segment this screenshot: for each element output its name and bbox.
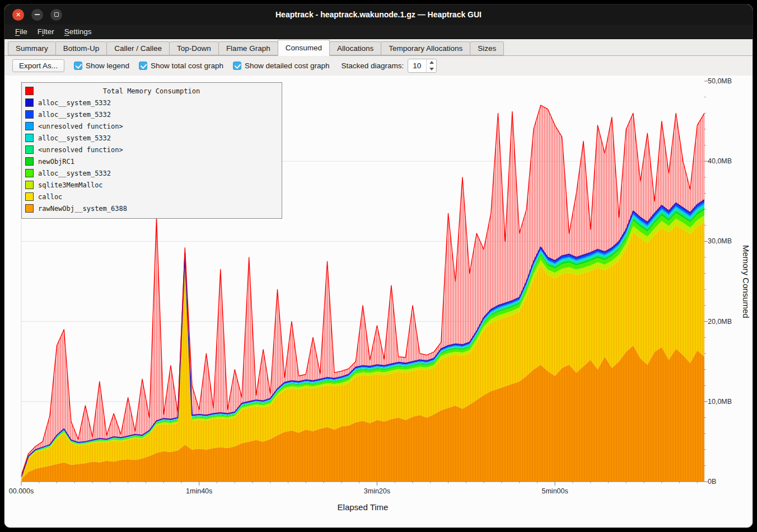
export-as-button[interactable]: Export As...: [12, 59, 64, 72]
legend-label: alloc__system_5332: [38, 111, 111, 119]
checkbox-label: Show total cost graph: [151, 62, 223, 70]
close-button[interactable]: ✕: [12, 9, 24, 21]
chart-legend: Total Memory Consumption alloc__system_5…: [21, 82, 282, 219]
legend-label: calloc: [38, 193, 62, 201]
spin-down-button[interactable]: [427, 66, 436, 73]
y-axis-title: Memory Consumed: [741, 81, 751, 482]
legend-swatch: [25, 134, 34, 142]
consumed-chart-area: Total Memory Consumption alloc__system_5…: [4, 76, 753, 528]
checkbox-label: Show detailed cost graph: [245, 62, 330, 70]
screen: { "window": { "title": "Heaptrack - heap…: [0, 0, 757, 532]
toolbar: Export As... Show legend Show total cost…: [4, 56, 753, 76]
legend-item: sqlite3MemMalloc: [25, 179, 278, 191]
minimize-icon: [35, 14, 40, 15]
checkbox-show-legend[interactable]: Show legend: [74, 62, 129, 70]
y-tick-label: 30,0MB: [708, 237, 732, 245]
legend-label: rawNewObj__system_6388: [38, 205, 127, 213]
tab-summary[interactable]: Summary: [8, 41, 56, 55]
window-title: Heaptrack - heaptrack.wakunode.1.gz — He…: [4, 10, 753, 19]
tab-sizes[interactable]: Sizes: [470, 41, 504, 55]
menu-file[interactable]: File: [10, 27, 32, 36]
x-axis-tick-labels: 00.000s1min40s3min20s5min00s: [21, 487, 704, 496]
legend-item: newObjRC1: [25, 156, 278, 167]
maximize-button[interactable]: [50, 9, 62, 21]
app-window: ✕ Heaptrack - heaptrack.wakunode.1.gz — …: [4, 4, 753, 528]
tab-caller-callee[interactable]: Caller / Callee: [106, 41, 170, 55]
tab-bottom-up[interactable]: Bottom-Up: [55, 41, 108, 55]
y-tick-label: 0B: [708, 478, 716, 486]
window-controls: ✕: [12, 9, 62, 21]
legend-label: <unresolved function>: [38, 123, 123, 130]
legend-swatch: [25, 181, 34, 189]
legend-item: alloc__system_5332: [25, 97, 278, 109]
legend-label: alloc__system_5332: [38, 134, 111, 142]
y-tick-label: 20,0MB: [708, 318, 732, 326]
y-tick-label: 50,0MB: [708, 77, 732, 85]
legend-label: alloc__system_5332: [38, 99, 111, 107]
menu-filter[interactable]: Filter: [32, 27, 59, 36]
y-tick-label: 10,0MB: [708, 398, 732, 406]
x-axis-title: Elapsed Time: [21, 502, 704, 512]
tab-consumed[interactable]: Consumed: [278, 40, 330, 56]
legend-item: calloc: [25, 191, 278, 203]
minimize-button[interactable]: [31, 9, 43, 21]
legend-label: <unresolved function>: [38, 146, 123, 154]
checkbox-checked-icon: [233, 62, 241, 70]
spinbox-arrows: [426, 59, 436, 72]
legend-swatch: [25, 192, 34, 201]
tab-flame-graph[interactable]: Flame Graph: [218, 41, 278, 55]
legend-label: sqlite3MemMalloc: [38, 181, 103, 189]
legend-rows: alloc__system_5332alloc__system_5332<unr…: [25, 97, 278, 214]
legend-item: alloc__system_5332: [25, 109, 278, 120]
legend-item: rawNewObj__system_6388: [25, 203, 278, 214]
legend-item: <unresolved function>: [25, 120, 278, 132]
tab-bar: Summary Bottom-Up Caller / Callee Top-Do…: [4, 39, 753, 56]
legend-swatch: [25, 122, 34, 130]
legend-item: alloc__system_5332: [25, 167, 278, 179]
menubar: File Filter Settings: [4, 25, 753, 39]
x-tick-label: 5min00s: [542, 487, 568, 495]
x-tick-label: 00.000s: [9, 487, 34, 495]
chart-plot: Total Memory Consumption alloc__system_5…: [21, 81, 704, 482]
spinbox-value: 10: [408, 59, 426, 72]
stacked-diagrams-label: Stacked diagrams:: [342, 62, 404, 70]
checkbox-show-total-cost-graph[interactable]: Show total cost graph: [139, 62, 223, 70]
titlebar: ✕ Heaptrack - heaptrack.wakunode.1.gz — …: [4, 4, 753, 25]
x-tick-label: 1min40s: [186, 487, 212, 495]
legend-swatch: [25, 98, 34, 107]
legend-swatch: [25, 145, 34, 154]
checkbox-checked-icon: [74, 62, 82, 70]
legend-swatch: [25, 110, 34, 119]
spin-up-button[interactable]: [427, 59, 436, 66]
legend-title-row: Total Memory Consumption: [25, 85, 278, 97]
tab-temporary-allocations[interactable]: Temporary Allocations: [381, 41, 470, 55]
x-tick-label: 3min20s: [364, 487, 390, 495]
legend-item: alloc__system_5332: [25, 132, 278, 144]
legend-swatch: [25, 169, 34, 177]
tab-top-down[interactable]: Top-Down: [169, 41, 219, 55]
checkbox-label: Show legend: [86, 62, 129, 70]
legend-title: Total Memory Consumption: [25, 87, 278, 95]
menu-settings[interactable]: Settings: [59, 27, 97, 36]
maximize-icon: [54, 12, 59, 17]
tab-allocations[interactable]: Allocations: [329, 41, 381, 55]
checkbox-checked-icon: [139, 62, 147, 70]
legend-item: <unresolved function>: [25, 144, 278, 156]
legend-label: newObjRC1: [38, 158, 74, 166]
y-tick-label: 40,0MB: [708, 157, 732, 165]
close-icon: ✕: [16, 12, 21, 18]
legend-swatch: [25, 204, 34, 213]
legend-label: alloc__system_5332: [38, 170, 111, 177]
checkbox-show-detailed-cost-graph[interactable]: Show detailed cost graph: [233, 62, 330, 70]
stacked-diagrams-spinbox[interactable]: 10: [408, 59, 437, 73]
legend-swatch: [25, 157, 34, 166]
